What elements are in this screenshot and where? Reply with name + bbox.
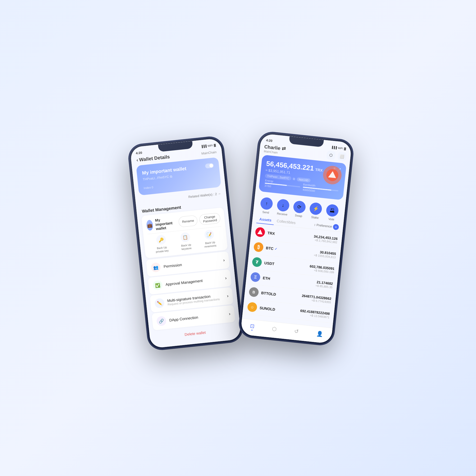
sun-name: SUNOLD [259, 306, 275, 312]
usdt-values: 602,786.035091 ≈$ 606,000.199 [309, 264, 335, 274]
permission-icon: 👥 [150, 262, 161, 273]
vote-label: Vote [328, 217, 334, 221]
battery-icon: ▓ [214, 143, 216, 147]
usdt-name: USDT [264, 261, 275, 266]
history-nav-icon: ↺ [294, 328, 299, 335]
eth-name: ETH [263, 276, 271, 281]
mgmt-buttons: Rename Change Password [178, 213, 221, 227]
management-card: 💼 My important wallet Rename Change Pass… [141, 207, 228, 258]
permission-label: Permission [163, 259, 220, 269]
btc-values: 30.810455 ≈$ 1555,934,813 [314, 249, 336, 259]
dapp-label: DApp Connection [169, 312, 226, 322]
signal-icon2: ▐▐▐ [331, 146, 337, 149]
swap-icon: ⟳ [293, 200, 306, 214]
approval-chevron-icon: › [225, 276, 227, 281]
permission-chevron-icon: › [223, 258, 225, 263]
nav-assets[interactable]: ⊡ [250, 322, 255, 331]
nav-account[interactable]: 👤 [316, 330, 323, 337]
swap-action[interactable]: ⟳ Swap [292, 200, 306, 218]
multisig-icon: ✏️ [154, 298, 165, 309]
status-icons2: ▐▐▐ WiFi ▓ [331, 146, 346, 150]
approval-label: Approval Management [165, 276, 222, 286]
usdt-icon: ₮ [252, 257, 262, 267]
collections-nav-icon: ⬡ [272, 326, 277, 332]
approval-icon: ✅ [152, 280, 163, 291]
volume-up-button2[interactable] [254, 162, 256, 173]
sun-values: 692.418878222498 ≈$ 13.5483871 [300, 309, 330, 319]
vote-action[interactable]: 🗳 Vote [325, 204, 339, 221]
assets-nav-icon: ⊡ [250, 322, 255, 329]
send-icon: ↑ [260, 197, 273, 210]
dapp-text: DApp Connection [169, 312, 226, 322]
keystore-label: Back Upkeystore [181, 243, 191, 251]
volume-up-button[interactable] [130, 177, 132, 188]
send-label: Send [262, 210, 269, 214]
receive-label: Receive [277, 212, 288, 216]
multisig-text: Multi-signature transaction Request or p… [167, 293, 224, 306]
tab-assets[interactable]: Assets [256, 214, 274, 225]
volume-down-button2[interactable] [253, 176, 255, 186]
btt-name: BTTOLD [261, 291, 276, 296]
copy-icon[interactable]: ⧉ [170, 175, 172, 178]
status-time2: 4:20 [266, 138, 272, 143]
permission-text: Permission [163, 259, 220, 269]
network-label: MainChain [201, 150, 217, 155]
mnemonic-icon: 📝 [204, 230, 215, 240]
dapp-chevron-icon: › [229, 312, 231, 316]
wallet-card-index: Index 0 [144, 179, 216, 190]
trx-values: 34,234,453.126 ≈$ 2,760,842,982 [313, 234, 338, 244]
wallet-avatar: 💼 [146, 220, 153, 231]
tab-spacer [298, 223, 314, 225]
balance-currency: TRX [315, 167, 323, 172]
btc-name: BTC ✓ [266, 246, 277, 251]
privatekey-label: Back Upprivate key [155, 245, 169, 254]
stake-label: Stake [311, 216, 319, 219]
power-button2[interactable] [349, 178, 351, 194]
rename-button[interactable]: Rename [178, 215, 198, 227]
btt-icon: B [249, 287, 259, 298]
keystore-icon: 📋 [180, 232, 191, 242]
backup-privatekey[interactable]: 🔑 Back Upprivate key [154, 234, 169, 254]
change-password-button[interactable]: Change Password [199, 213, 221, 225]
volume-down-button[interactable] [131, 190, 133, 201]
battery-icon2: ▓ [344, 147, 346, 150]
back-icon: ‹ [136, 157, 138, 163]
nav-history[interactable]: ↺ [294, 328, 299, 335]
wifi-icon: WiFi [207, 144, 213, 147]
backup-mnemonic[interactable]: 📝 Back Upmnemonic [203, 229, 217, 248]
backup-keystore[interactable]: 📋 Back Upkeystore [180, 232, 192, 251]
nav-collections[interactable]: ⬡ [272, 326, 277, 332]
dapp-icon: 🔗 [156, 316, 167, 326]
privatekey-icon: 🔑 [156, 235, 166, 245]
address-text: THPvaU...Fhn5YC [143, 175, 169, 181]
trx-name: TRX [267, 231, 275, 236]
btc-icon: ₿ [253, 242, 264, 253]
swap-label: Swap [295, 214, 303, 218]
add-asset-button[interactable]: + [333, 224, 339, 230]
eth-icon: Ξ [250, 272, 261, 282]
receive-action-button[interactable]: ⬡ [326, 151, 336, 160]
trx-icon [255, 227, 266, 237]
phone2-main-wallet: 4:20 ▐▐▐ WiFi ▓ Charlie ⇄ MainChain ⬡ [238, 131, 354, 346]
mnemonic-label: Back Upmnemonic [204, 240, 217, 249]
vote-icon: 🗳 [326, 204, 339, 217]
assets-nav-dot [251, 329, 253, 331]
receive-icon: ↓ [276, 199, 290, 212]
power-button[interactable] [226, 172, 229, 188]
wifi-icon2: WiFi [338, 146, 343, 150]
copy-icon2[interactable]: ⧉ [293, 177, 295, 181]
status-time: 4:20 [136, 151, 142, 155]
receive-action[interactable]: ↓ Receive [276, 199, 290, 216]
stake-icon: ⚡ [309, 202, 323, 216]
phone1-wallet-details: 4:20 ▐▐▐ WiFi ▓ ‹ Wallet Details MainCha… [127, 136, 244, 351]
mgmt-wallet-name: My important wallet [155, 216, 177, 231]
preference-button[interactable]: ↕ Preference [314, 223, 332, 228]
account-nav-icon: 👤 [316, 330, 323, 337]
stake-action[interactable]: ⚡ Stake [309, 202, 323, 219]
sun-icon: ☺ [247, 302, 258, 312]
status-icons: ▐▐▐ WiFi ▓ [201, 143, 216, 148]
scan-action-button[interactable]: ⬜ [337, 152, 347, 161]
send-action[interactable]: ↑ Send [259, 197, 273, 214]
approval-text: Approval Management [165, 276, 222, 286]
btc-verified-icon: ✓ [274, 247, 277, 251]
